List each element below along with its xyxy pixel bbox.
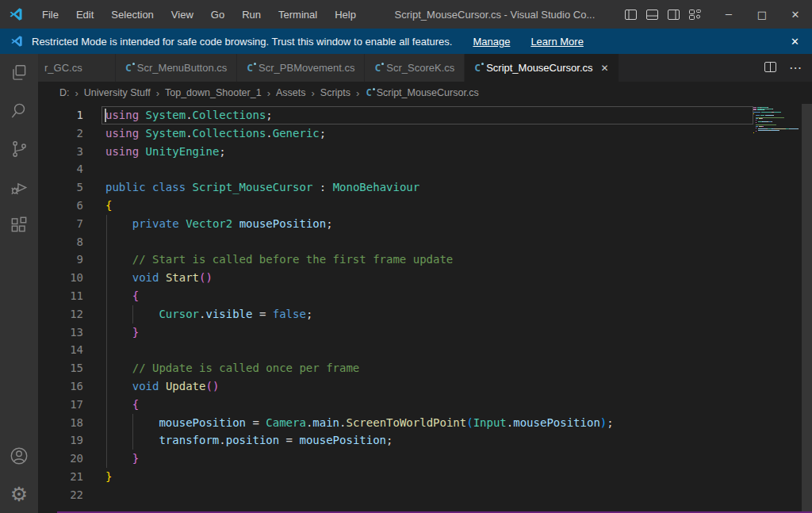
tab-r-gc-cs[interactable]: r_GC.cs bbox=[38, 54, 116, 82]
customize-layout-icon[interactable] bbox=[689, 10, 701, 20]
line-number: 17 bbox=[38, 396, 105, 414]
close-tab-icon[interactable]: ✕ bbox=[601, 63, 609, 74]
breadcrumb-item-scripts[interactable]: Scripts bbox=[320, 87, 350, 98]
token bbox=[105, 452, 132, 465]
line-text: } bbox=[105, 450, 812, 468]
breadcrumb-item-university-stuff[interactable]: University Stuff bbox=[84, 87, 151, 98]
menu-item-selection[interactable]: Selection bbox=[102, 0, 162, 29]
token bbox=[105, 271, 132, 284]
token: void bbox=[132, 271, 159, 284]
code-line-17[interactable]: 17 { bbox=[38, 396, 812, 414]
search-icon[interactable] bbox=[0, 92, 38, 130]
menu-item-help[interactable]: Help bbox=[326, 0, 365, 29]
token: : bbox=[312, 181, 332, 193]
token: public bbox=[105, 181, 146, 193]
learn-more-link[interactable]: Learn More bbox=[530, 36, 583, 48]
token: } bbox=[132, 326, 139, 339]
line-text bbox=[105, 341, 812, 359]
code-line-6[interactable]: 6{ bbox=[38, 197, 812, 215]
token: void bbox=[132, 380, 159, 392]
line-number: 5 bbox=[38, 178, 105, 197]
code-line-10[interactable]: 10 void Start() bbox=[38, 269, 812, 287]
indent-guide bbox=[106, 233, 107, 251]
token: Cursor bbox=[159, 308, 199, 320]
restricted-mode-banner: Restricted Mode is intended for safe cod… bbox=[0, 29, 812, 54]
menu-item-view[interactable]: View bbox=[163, 0, 202, 29]
manage-link[interactable]: Manage bbox=[473, 36, 510, 48]
code-line-16[interactable]: 16 void Update() bbox=[38, 377, 812, 396]
menu-item-terminal[interactable]: Terminal bbox=[270, 0, 326, 29]
breadcrumb-item-assets[interactable]: Assets bbox=[276, 87, 306, 98]
toggle-sidebar-icon[interactable] bbox=[625, 10, 637, 20]
code-line-18[interactable]: 18 mousePosition = Camera.main.ScreenToW… bbox=[38, 414, 812, 432]
minimap[interactable] bbox=[753, 107, 799, 135]
token: class bbox=[152, 181, 186, 193]
split-editor-icon[interactable] bbox=[764, 61, 776, 75]
tab-label: Scr_MenuButton.cs bbox=[137, 62, 227, 74]
settings-gear-icon[interactable]: ⚙ bbox=[0, 475, 38, 513]
code-line-12[interactable]: 12 Cursor.visible = false; bbox=[38, 305, 812, 323]
code-line-4[interactable]: 4 bbox=[38, 160, 812, 178]
breadcrumb-file[interactable]: Script_MouseCursor.cs bbox=[377, 87, 479, 98]
minimap-segment bbox=[765, 115, 773, 116]
minimap-segment bbox=[757, 109, 764, 110]
banner-close-icon[interactable]: ✕ bbox=[791, 36, 799, 48]
menu-item-edit[interactable]: Edit bbox=[67, 0, 102, 29]
line-text: using UnityEngine; bbox=[105, 143, 812, 161]
line-text: { bbox=[105, 396, 812, 414]
code-line-7[interactable]: 7 private Vector2 mousePosition; bbox=[38, 215, 812, 233]
breadcrumb-item-d[interactable]: D: bbox=[59, 87, 70, 98]
source-control-icon[interactable] bbox=[0, 130, 38, 168]
tab-scr-pbmovement-cs[interactable]: CScr_PBMovement.cs bbox=[237, 54, 365, 82]
token bbox=[105, 362, 132, 374]
tab-scr-scorek-cs[interactable]: CScr_ScoreK.cs bbox=[365, 54, 465, 82]
menu-item-run[interactable]: Run bbox=[233, 0, 270, 29]
minimap-segment bbox=[771, 130, 779, 131]
code-line-22[interactable]: 22 bbox=[38, 486, 812, 504]
indent-guide bbox=[132, 431, 133, 450]
explorer-icon[interactable] bbox=[0, 54, 38, 92]
code-line-11[interactable]: 11 { bbox=[38, 287, 812, 305]
minimize-button[interactable]: ─ bbox=[712, 0, 745, 29]
toggle-panel-icon[interactable] bbox=[646, 10, 658, 20]
indent-guide bbox=[106, 251, 107, 269]
code-line-15[interactable]: 15 // Update is called once per frame bbox=[38, 359, 812, 377]
code-line-1[interactable]: 1using System.Collections; bbox=[38, 106, 812, 124]
code-line-21[interactable]: 21} bbox=[38, 468, 812, 486]
close-window-button[interactable]: ✕ bbox=[779, 0, 812, 29]
extensions-icon[interactable] bbox=[0, 206, 38, 244]
menu-item-go[interactable]: Go bbox=[202, 0, 233, 29]
toggle-secondary-sidebar-icon[interactable] bbox=[668, 10, 680, 20]
line-text bbox=[105, 486, 812, 504]
line-text: public class Script_MouseCursor : MonoBe… bbox=[105, 178, 812, 197]
code-line-13[interactable]: 13 } bbox=[38, 323, 812, 342]
line-text: using System.Collections; bbox=[105, 106, 812, 124]
token bbox=[146, 181, 152, 193]
code-line-9[interactable]: 9 // Start is called before the first fr… bbox=[38, 251, 812, 269]
accounts-icon[interactable] bbox=[0, 437, 38, 475]
code-editor[interactable]: 1using System.Collections;2using System.… bbox=[38, 104, 812, 513]
token: UnityEngine bbox=[146, 145, 220, 158]
more-actions-icon[interactable]: ⋯ bbox=[789, 60, 802, 75]
vertical-scrollbar[interactable] bbox=[802, 104, 812, 513]
token: transform bbox=[159, 434, 219, 446]
maximize-button[interactable]: □ bbox=[745, 0, 779, 29]
code-line-8[interactable]: 8 bbox=[38, 233, 812, 251]
tab-script-mousecursor-cs[interactable]: CScript_MouseCursor.cs✕ bbox=[465, 54, 619, 82]
token: () bbox=[199, 271, 213, 284]
code-line-20[interactable]: 20 } bbox=[38, 450, 812, 468]
tab-scr-menubutton-cs[interactable]: CScr_MenuButton.cs bbox=[116, 54, 237, 82]
code-line-3[interactable]: 3using UnityEngine; bbox=[38, 143, 812, 161]
indent-guide bbox=[106, 269, 107, 287]
minimap-segment bbox=[762, 126, 764, 127]
code-line-5[interactable]: 5public class Script_MouseCursor : MonoB… bbox=[38, 178, 812, 197]
breadcrumb-item-top-down-shooter-1[interactable]: Top_down_Shooter_1 bbox=[165, 87, 262, 98]
code-line-19[interactable]: 19 transform.position = mousePosition; bbox=[38, 431, 812, 450]
breadcrumb-separator-icon: › bbox=[75, 87, 79, 99]
code-line-14[interactable]: 14 bbox=[38, 341, 812, 359]
menu-item-file[interactable]: File bbox=[33, 0, 67, 29]
token: Input bbox=[473, 416, 507, 429]
minimap-segment bbox=[756, 122, 756, 123]
code-line-2[interactable]: 2using System.Collections.Generic; bbox=[38, 124, 812, 143]
run-and-debug-icon[interactable] bbox=[0, 168, 38, 206]
